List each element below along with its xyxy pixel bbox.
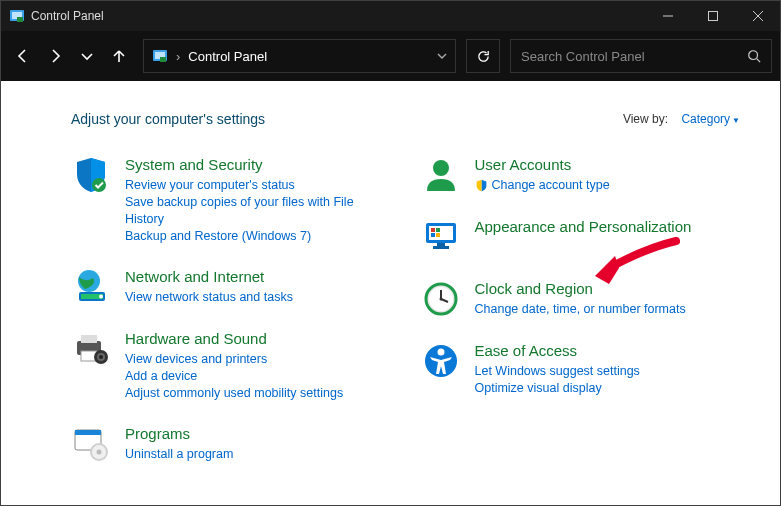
link-windows-suggest[interactable]: Let Windows suggest settings (475, 363, 640, 380)
control-panel-icon (9, 8, 25, 24)
svg-point-22 (99, 355, 103, 359)
svg-point-12 (92, 178, 106, 192)
svg-rect-35 (437, 243, 445, 246)
category-title[interactable]: Appearance and Personalization (475, 217, 692, 237)
svg-point-16 (99, 294, 103, 298)
categories-left-column: System and Security Review your computer… (71, 155, 391, 464)
close-button[interactable] (735, 1, 780, 31)
svg-point-10 (749, 51, 758, 60)
category-title[interactable]: Programs (125, 424, 233, 444)
minimize-button[interactable] (645, 1, 690, 31)
svg-point-28 (433, 160, 449, 176)
search-placeholder: Search Control Panel (521, 49, 645, 64)
refresh-button[interactable] (466, 39, 500, 73)
svg-point-27 (97, 449, 102, 454)
page-title: Adjust your computer's settings (71, 111, 623, 127)
breadcrumb-item[interactable]: Control Panel (188, 49, 267, 64)
category-system-and-security: System and Security Review your computer… (71, 155, 391, 245)
svg-rect-4 (708, 12, 717, 21)
category-appearance-personalization: Appearance and Personalization (421, 217, 741, 257)
link-optimize-display[interactable]: Optimize visual display (475, 380, 640, 397)
control-panel-icon (152, 48, 168, 64)
svg-rect-32 (436, 228, 440, 232)
svg-rect-33 (431, 233, 435, 237)
svg-point-43 (437, 349, 444, 356)
control-panel-window: Control Panel › Control Panel Search Con… (0, 0, 781, 506)
svg-rect-34 (436, 233, 440, 237)
up-button[interactable] (105, 42, 133, 70)
category-title[interactable]: Network and Internet (125, 267, 293, 287)
clock-icon (421, 279, 461, 319)
shield-icon (71, 155, 111, 195)
content-area: Adjust your computer's settings View by:… (1, 81, 780, 505)
link-change-account-type[interactable]: Change account type (475, 177, 610, 194)
programs-icon (71, 424, 111, 464)
category-clock-and-region: Clock and Region Change date, time, or n… (421, 279, 741, 319)
link-uninstall-program[interactable]: Uninstall a program (125, 446, 233, 463)
svg-rect-36 (433, 246, 449, 249)
accessibility-icon (421, 341, 461, 381)
forward-button[interactable] (41, 42, 69, 70)
back-button[interactable] (9, 42, 37, 70)
link-add-device[interactable]: Add a device (125, 368, 343, 385)
link-date-time-formats[interactable]: Change date, time, or number formats (475, 301, 686, 318)
view-by-label: View by: (623, 112, 668, 126)
globe-icon (71, 267, 111, 307)
link-review-status[interactable]: Review your computer's status (125, 177, 391, 194)
category-title[interactable]: User Accounts (475, 155, 610, 175)
titlebar: Control Panel (1, 1, 780, 31)
category-ease-of-access: Ease of Access Let Windows suggest setti… (421, 341, 741, 397)
window-title: Control Panel (31, 9, 104, 23)
svg-line-11 (757, 59, 761, 63)
address-bar[interactable]: › Control Panel (143, 39, 456, 73)
categories-right-column: User Accounts Change account type (421, 155, 741, 464)
svg-rect-18 (81, 335, 97, 343)
svg-point-41 (439, 298, 442, 301)
link-devices-printers[interactable]: View devices and printers (125, 351, 343, 368)
view-by-control: View by: Category▼ (623, 112, 740, 126)
svg-rect-2 (17, 17, 23, 22)
category-title[interactable]: Clock and Region (475, 279, 686, 299)
svg-rect-9 (160, 57, 166, 62)
search-icon (747, 49, 761, 63)
link-network-status[interactable]: View network status and tasks (125, 289, 293, 306)
navbar: › Control Panel Search Control Panel (1, 31, 780, 81)
monitor-icon (421, 217, 461, 257)
link-file-history[interactable]: Save backup copies of your files with Fi… (125, 194, 391, 228)
category-programs: Programs Uninstall a program (71, 424, 391, 464)
category-hardware-and-sound: Hardware and Sound View devices and prin… (71, 329, 391, 402)
svg-rect-31 (431, 228, 435, 232)
link-backup-restore[interactable]: Backup and Restore (Windows 7) (125, 228, 391, 245)
recent-locations-button[interactable] (73, 42, 101, 70)
breadcrumb-separator-icon[interactable]: › (176, 49, 180, 64)
uac-shield-icon (475, 179, 488, 192)
category-title[interactable]: Hardware and Sound (125, 329, 343, 349)
svg-rect-24 (75, 430, 101, 435)
printer-icon (71, 329, 111, 369)
user-icon (421, 155, 461, 195)
chevron-down-icon[interactable] (437, 51, 447, 61)
category-title[interactable]: Ease of Access (475, 341, 640, 361)
category-user-accounts: User Accounts Change account type (421, 155, 741, 195)
category-network-and-internet: Network and Internet View network status… (71, 267, 391, 307)
category-title[interactable]: System and Security (125, 155, 391, 175)
search-input[interactable]: Search Control Panel (510, 39, 772, 73)
link-mobility-settings[interactable]: Adjust commonly used mobility settings (125, 385, 343, 402)
maximize-button[interactable] (690, 1, 735, 31)
view-by-dropdown[interactable]: Category▼ (681, 112, 740, 126)
